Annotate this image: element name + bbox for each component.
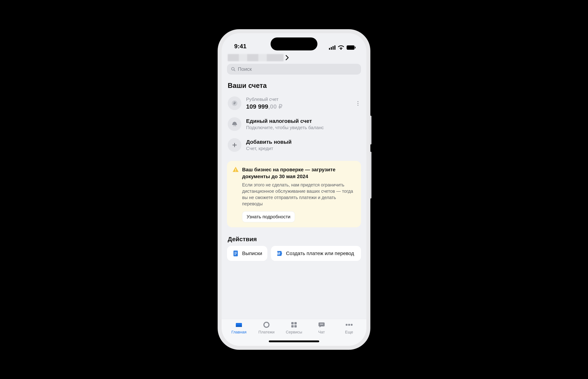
- svg-rect-5: [355, 47, 356, 48]
- status-time: 9:41: [234, 43, 246, 50]
- alert-details-button[interactable]: Узнать подробности: [242, 211, 295, 222]
- svg-rect-2: [333, 46, 334, 50]
- battery-icon: [347, 45, 356, 50]
- services-tab-icon: [290, 321, 298, 328]
- more-tab-icon: [345, 321, 353, 328]
- actions-title: Действия: [228, 236, 360, 243]
- svg-point-11: [235, 171, 236, 171]
- statements-label: Выписки: [242, 251, 262, 256]
- main-content: Поиск Ваши счета ₽ Рублевый счет 109 999…: [222, 53, 366, 319]
- svg-rect-18: [236, 326, 242, 327]
- status-icons: [329, 45, 356, 50]
- home-tab-icon: [235, 321, 243, 328]
- tab-home[interactable]: Главная: [225, 321, 253, 346]
- svg-line-7: [234, 70, 235, 71]
- create-payment-label: Создать платеж или перевод: [286, 251, 354, 256]
- chat-tab-icon: [318, 321, 326, 328]
- warning-icon: [232, 166, 239, 173]
- svg-rect-23: [294, 325, 297, 328]
- payments-tab-icon: [262, 321, 270, 328]
- home-indicator[interactable]: [269, 340, 319, 342]
- svg-rect-21: [294, 322, 297, 324]
- tab-more[interactable]: Еще: [335, 321, 363, 346]
- svg-rect-15: [234, 254, 236, 255]
- svg-text:₽: ₽: [234, 101, 236, 105]
- plus-icon: [228, 138, 241, 152]
- alert-text: Если этого не сделать, нам придется огра…: [242, 182, 356, 207]
- svg-rect-26: [348, 324, 350, 326]
- svg-rect-4: [347, 45, 354, 50]
- wifi-icon: [338, 45, 344, 50]
- account-ruble[interactable]: ₽ Рублевый счет 109 999,00 ₽ ⋮: [227, 93, 361, 114]
- screen: 9:41 Поиск Ваши счета ₽: [222, 33, 366, 346]
- add-sub: Счет, кредит: [246, 146, 360, 151]
- tab-services-label: Сервисы: [286, 330, 302, 334]
- document-icon: [232, 250, 239, 257]
- svg-rect-13: [234, 252, 237, 253]
- svg-rect-22: [291, 325, 294, 328]
- ruble-icon: ₽: [228, 96, 241, 110]
- search-icon: [231, 67, 236, 72]
- more-icon[interactable]: ⋮: [355, 102, 360, 104]
- chevron-right-icon: [285, 55, 289, 60]
- accounts-title: Ваши счета: [228, 82, 360, 90]
- search-input[interactable]: Поиск: [227, 64, 361, 75]
- tab-chat-label: Чат: [318, 330, 325, 334]
- payment-icon: ₽: [276, 250, 283, 257]
- alert-title: Ваш бизнес на проверке — загрузите докум…: [242, 166, 356, 180]
- tab-payments-label: Платежи: [258, 330, 274, 334]
- ruble-label: Рублевый счет: [246, 96, 350, 102]
- cellular-icon: [329, 45, 335, 50]
- search-placeholder: Поиск: [238, 66, 252, 72]
- svg-rect-0: [329, 48, 330, 50]
- action-statements[interactable]: Выписки: [227, 246, 267, 261]
- tab-home-label: Главная: [232, 330, 247, 334]
- svg-rect-25: [346, 324, 348, 326]
- actions-row: Выписки ₽ Создать платеж или перевод: [227, 246, 361, 261]
- eagle-icon: [228, 117, 241, 131]
- svg-text:₽: ₽: [278, 252, 280, 255]
- profile-name-redacted: [228, 54, 284, 61]
- svg-rect-1: [331, 47, 332, 50]
- tax-sub: Подключите, чтобы увидеть баланс: [246, 125, 360, 130]
- tax-title: Единый налоговый счет: [246, 118, 360, 124]
- status-bar: 9:41: [222, 33, 366, 53]
- svg-rect-10: [236, 169, 236, 170]
- add-title: Добавить новый: [246, 139, 360, 145]
- tab-more-label: Еще: [345, 330, 353, 334]
- alert-card: Ваш бизнес на проверке — загрузите докум…: [227, 161, 361, 227]
- action-create-payment[interactable]: ₽ Создать платеж или перевод: [271, 246, 361, 261]
- svg-point-19: [264, 322, 269, 327]
- svg-rect-14: [234, 253, 237, 254]
- ruble-balance: 109 999,00 ₽: [246, 103, 350, 110]
- device-frame: 9:41 Поиск Ваши счета ₽: [218, 29, 370, 350]
- svg-rect-20: [291, 322, 294, 324]
- svg-rect-27: [351, 324, 352, 326]
- svg-rect-3: [334, 45, 335, 50]
- svg-rect-24: [320, 324, 323, 324]
- account-tax[interactable]: Единый налоговый счет Подключите, чтобы …: [227, 114, 361, 135]
- profile-row[interactable]: [227, 53, 361, 64]
- account-add[interactable]: Добавить новый Счет, кредит: [227, 135, 361, 156]
